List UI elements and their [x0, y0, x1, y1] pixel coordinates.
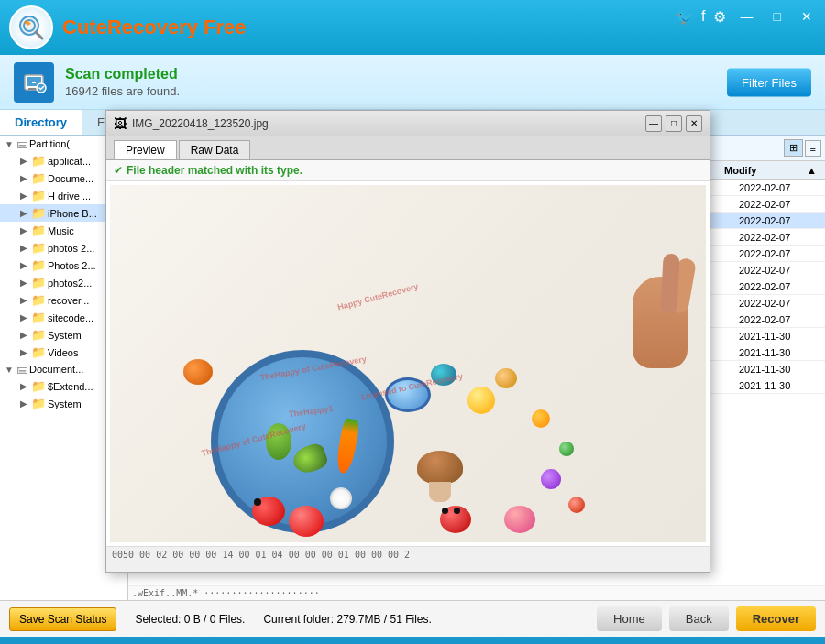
folder-icon: 📁 [31, 206, 46, 220]
twitter-icon[interactable]: 🐦 [676, 8, 694, 26]
modal-hex-bar: 0050 00 02 00 00 00 14 00 01 04 00 00 00… [106, 546, 710, 572]
hdd-icon: 🖴 [16, 363, 28, 376]
tree-label: Partition( [29, 138, 70, 149]
modal-tab-rawdata[interactable]: Raw Data [179, 140, 251, 159]
action-buttons: Home Back Recover [597, 606, 816, 631]
title-bar: CuteRecovery Free 🐦 f ⚙ — □ ✕ [0, 0, 825, 55]
expand-icon: ▶ [18, 295, 29, 305]
expand-icon: ▶ [18, 260, 29, 270]
title-recovery: Recovery Free [107, 16, 247, 38]
expand-icon: ▶ [18, 312, 29, 322]
tree-label: sitecode... [48, 312, 94, 323]
folder-icon: 📁 [31, 224, 46, 237]
expand-icon: ▶ [18, 156, 29, 166]
expand-icon: ▶ [18, 208, 29, 218]
selected-info: Selected: 0 B / 0 Files. [135, 613, 245, 626]
status-bar: Save Scan Status Selected: 0 B / 0 Files… [0, 600, 825, 637]
tree-label: $Extend... [48, 381, 94, 392]
maximize-button[interactable]: □ [768, 7, 786, 26]
expand-icon: ▶ [18, 278, 29, 288]
hdd-icon: 🖴 [16, 137, 28, 150]
modal-window-controls: — □ ✕ [645, 115, 702, 132]
preview-image: Happy CuteRecovery TheHappy of CuteRecov… [110, 185, 706, 542]
tree-label: Photos 2... [48, 260, 96, 271]
modal-file-icon: 🖼 [114, 116, 126, 131]
tab-directory[interactable]: Directory [0, 110, 82, 135]
preview-dialog[interactable]: 🖼 IMG_20220418_123520.jpg — □ ✕ Preview … [105, 110, 710, 573]
expand-icon: ▶ [18, 398, 29, 409]
close-button[interactable]: ✕ [796, 7, 818, 26]
folder-icon: 📁 [31, 276, 46, 289]
modal-tab-preview[interactable]: Preview [114, 140, 177, 159]
col-modify: Modify [724, 165, 807, 176]
col-arrow: ▲ [807, 165, 821, 176]
svg-line-2 [36, 32, 42, 38]
folder-icon: 📁 [31, 345, 46, 359]
tree-label: Docume... [48, 173, 94, 184]
modal-close-button[interactable]: ✕ [686, 115, 702, 132]
modal-maximize-button[interactable]: □ [666, 115, 682, 132]
expand-icon: ▶ [18, 381, 29, 391]
tree-label: Videos [48, 347, 78, 358]
grid-view-button[interactable]: ⊞ [784, 139, 803, 157]
tree-label: H drive ... [48, 191, 91, 202]
expand-icon: ▶ [18, 225, 29, 235]
list-view-button[interactable]: ≡ [805, 140, 821, 157]
tree-label: iPhone B... [48, 208, 97, 219]
home-button[interactable]: Home [597, 606, 662, 631]
scan-files-count: 16942 files are found. [65, 84, 811, 98]
folder-icon: 📁 [31, 397, 46, 410]
back-button[interactable]: Back [669, 606, 729, 631]
hex-preview: .wExif..MM.* ····················· [128, 585, 825, 600]
modal-tabs: Preview Raw Data [106, 136, 710, 160]
window-controls: 🐦 f ⚙ — □ ✕ [676, 7, 818, 26]
tree-label: photos 2... [48, 243, 94, 254]
social-icons: 🐦 f ⚙ [676, 8, 725, 26]
folder-icon: 📁 [31, 379, 46, 393]
tree-label: photos2... [48, 278, 92, 289]
tree-label: System [48, 398, 82, 409]
scan-completed: Scan completed [65, 66, 811, 82]
tree-label: recover... [48, 295, 89, 306]
scan-icon [14, 62, 54, 103]
facebook-icon[interactable]: f [701, 8, 705, 25]
folder-icon: 📁 [31, 171, 46, 185]
modal-title: IMG_20220418_123520.jpg [132, 117, 645, 130]
tree-label: Document... [29, 364, 83, 375]
modal-content: Happy CuteRecovery TheHappy of CuteRecov… [106, 181, 710, 546]
footer: CuteRecovery - Lost Files and Partitions… [0, 637, 825, 644]
modal-minimize-button[interactable]: — [645, 115, 662, 132]
app-logo [9, 5, 53, 49]
scan-text: Scan completed 16942 files are found. [65, 66, 811, 98]
minimize-button[interactable]: — [735, 7, 759, 26]
title-cute: Cute [62, 16, 107, 38]
folder-icon: 📁 [31, 154, 46, 168]
expand-icon: ▼ [4, 365, 15, 375]
folder-icon: 📁 [31, 241, 46, 255]
filter-files-button[interactable]: Filter Files [727, 68, 811, 96]
tree-label: System [48, 330, 82, 341]
expand-icon: ▼ [4, 139, 15, 149]
match-text: File header matched with its type. [126, 164, 302, 177]
modal-match-bar: ✔ File header matched with its type. [106, 160, 710, 181]
tree-label: Music [48, 225, 74, 236]
current-folder-info: Current folder: 279.7MB / 51 Files. [263, 613, 431, 626]
expand-icon: ▶ [18, 173, 29, 183]
expand-icon: ▶ [18, 191, 29, 201]
modal-titlebar: 🖼 IMG_20220418_123520.jpg — □ ✕ [106, 111, 710, 136]
folder-icon: 📁 [31, 293, 46, 307]
expand-icon: ▶ [18, 330, 29, 340]
match-icon: ✔ [114, 164, 123, 177]
folder-icon: 📁 [31, 311, 46, 324]
photo-background: Happy CuteRecovery TheHappy of CuteRecov… [110, 185, 706, 542]
folder-icon: 📁 [31, 189, 46, 202]
scan-bar: Scan completed 16942 files are found. Fi… [0, 55, 825, 110]
folder-icon: 📁 [31, 328, 46, 342]
settings-icon[interactable]: ⚙ [713, 8, 726, 26]
app-title: CuteRecovery Free [62, 16, 247, 39]
save-scan-button[interactable]: Save Scan Status [9, 607, 116, 631]
expand-icon: ▶ [18, 243, 29, 253]
recover-button[interactable]: Recover [736, 606, 816, 631]
folder-icon: 📁 [31, 258, 46, 272]
expand-icon: ▶ [18, 347, 29, 357]
